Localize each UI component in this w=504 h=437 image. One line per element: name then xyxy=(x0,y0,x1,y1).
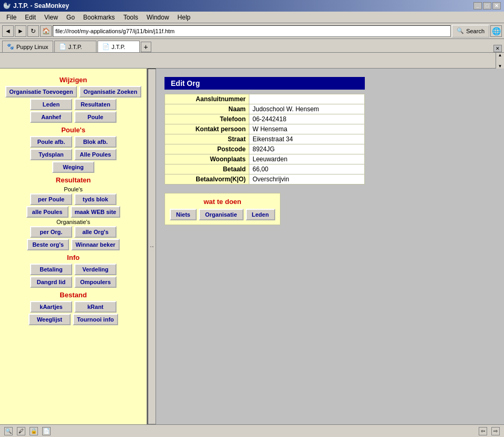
btn-resultaten[interactable]: Resultaten xyxy=(74,99,117,110)
btn-alle-orgs[interactable]: alle Org's xyxy=(74,226,117,238)
resultaten-subtitle1: Poule's xyxy=(2,186,144,192)
btn-beste-orgs[interactable]: Beste org's xyxy=(27,239,69,250)
label-woonplaats: Woonplaats xyxy=(165,154,249,164)
value-kontakt[interactable]: W Hensema xyxy=(249,124,365,134)
reload-button[interactable]: ↻ xyxy=(27,25,39,37)
value-telefoon[interactable]: 06-2442418 xyxy=(249,114,365,124)
btn-leden-action[interactable]: Leden xyxy=(246,209,275,220)
menu-view[interactable]: View xyxy=(40,13,62,22)
btn-tyds-blok[interactable]: tyds blok xyxy=(74,193,117,205)
poules-row3: Weging xyxy=(2,161,144,173)
forward-button[interactable]: ► xyxy=(15,25,26,37)
btn-alle-poules[interactable]: Alle Poules xyxy=(74,149,117,160)
btn-krant[interactable]: kRant xyxy=(74,301,117,313)
form-row-postcode: Postcode 8924JG xyxy=(165,144,365,154)
section-wijzigen-title: Wijzigen xyxy=(2,76,144,84)
status-icon-4[interactable]: 📄 xyxy=(42,427,51,435)
tab-jtp-1[interactable]: 📄 J.T.P. xyxy=(54,41,96,52)
wijzigen-row2: Leden Resultaten xyxy=(2,99,144,110)
btn-organisatie-toevoegen[interactable]: Organisatie Toevoegen xyxy=(5,86,77,98)
btn-blok-afb[interactable]: Blok afb. xyxy=(74,136,117,148)
maximize-button[interactable]: □ xyxy=(483,2,491,9)
home-button[interactable]: 🏠 xyxy=(40,25,52,37)
form-row-telefoon: Telefoon 06-2442418 xyxy=(165,114,365,124)
forward-icon: ► xyxy=(17,27,24,35)
btn-tydsplan[interactable]: Tydsplan xyxy=(30,149,72,160)
close-tab-button[interactable]: ✕ xyxy=(493,45,502,52)
search-button[interactable]: 🔍 Search xyxy=(452,25,489,37)
status-icon-2[interactable]: 🖊 xyxy=(17,427,25,435)
value-straat[interactable]: Eikenstraat 34 xyxy=(249,134,365,144)
scroll-down-arrow[interactable]: ▼ xyxy=(498,64,502,69)
minimize-button[interactable]: _ xyxy=(473,2,482,9)
btn-niets[interactable]: Niets xyxy=(170,209,197,220)
menu-go[interactable]: Go xyxy=(62,13,79,22)
action-buttons: Niets Organisatie Leden xyxy=(169,209,276,220)
menu-file[interactable]: File xyxy=(2,13,21,22)
value-woonplaats[interactable]: Leeuwarden xyxy=(249,154,365,164)
sidebar: Wijzigen Organisatie Toevoegen Organisat… xyxy=(0,69,148,424)
value-postcode[interactable]: 8924JG xyxy=(249,144,365,154)
btn-kaartjes[interactable]: kAartjes xyxy=(30,301,72,313)
label-telefoon: Telefoon xyxy=(165,114,249,124)
value-betaald[interactable]: 66,00 xyxy=(249,164,365,174)
btn-dangrd-lid[interactable]: Dangrd lid xyxy=(30,276,72,288)
tab-puppy-linux[interactable]: 🐾 Puppy Linux xyxy=(2,41,53,52)
new-tab-button[interactable]: + xyxy=(141,42,151,52)
status-icon-3[interactable]: 🔒 xyxy=(30,427,38,435)
btn-winnaar-beker[interactable]: Winnaar beker xyxy=(71,239,120,250)
section-poules-title: Poule's xyxy=(2,126,144,134)
btn-betaling[interactable]: Betaling xyxy=(30,264,72,275)
menu-window[interactable]: Window xyxy=(142,13,173,22)
btn-verdeling[interactable]: Verdeling xyxy=(74,264,117,275)
resultaten-subtitle2: Organisatie's xyxy=(2,219,144,225)
menu-bookmarks[interactable]: Bookmarks xyxy=(79,13,119,22)
form-row-woonplaats: Woonplaats Leeuwarden xyxy=(165,154,365,164)
btn-per-org[interactable]: per Org. xyxy=(30,226,72,238)
value-aansluitnummer[interactable] xyxy=(249,94,365,104)
close-button[interactable]: ✕ xyxy=(492,2,501,9)
bestand-row2: Weeglijst Tournooi info xyxy=(2,314,144,325)
form-row-naam: Naam Judoschool W. Hensem xyxy=(165,104,365,114)
btn-poule[interactable]: Poule xyxy=(74,111,117,123)
btn-maak-web-site[interactable]: maak WEB site xyxy=(71,206,121,218)
poules-row1: Poule afb. Blok afb. xyxy=(2,136,144,148)
globe-button[interactable]: 🌐 xyxy=(490,25,502,37)
menu-tools[interactable]: Tools xyxy=(119,13,142,22)
globe-icon: 🌐 xyxy=(492,27,501,35)
status-nav-2[interactable]: ⇨ xyxy=(491,427,500,435)
scroll-up-arrow[interactable]: ▲ xyxy=(498,53,502,57)
btn-alle-poules2[interactable]: alle Poules xyxy=(26,206,69,218)
form-row-straat: Straat Eikenstraat 34 xyxy=(165,134,365,144)
bestand-row1: kAartjes kRant xyxy=(2,301,144,313)
btn-weeglijst[interactable]: Weeglijst xyxy=(28,314,71,325)
section-info-title: Info xyxy=(2,254,144,261)
btn-weging[interactable]: Weging xyxy=(52,161,94,173)
btn-poule-afb[interactable]: Poule afb. xyxy=(30,136,72,148)
btn-per-poule[interactable]: per Poule xyxy=(30,193,72,205)
resultaten-row1: per Poule tyds blok xyxy=(2,193,144,205)
info-row2: Dangrd lid Ompoulers xyxy=(2,276,144,288)
back-button[interactable]: ◄ xyxy=(2,25,14,37)
btn-organisatie[interactable]: Organisatie xyxy=(199,209,244,220)
btn-leden[interactable]: Leden xyxy=(30,99,72,110)
status-nav-1[interactable]: ⇦ xyxy=(479,427,487,435)
btn-aanhef[interactable]: Aanhef xyxy=(30,111,72,123)
status-icon-1[interactable]: 🔍 xyxy=(4,427,13,435)
resize-handle[interactable]: ⋮ xyxy=(148,69,156,424)
resultaten-row4: Beste org's Winnaar beker xyxy=(2,239,144,250)
vertical-scrollbar-top[interactable]: ▲ ▼ xyxy=(496,53,504,69)
home-icon: 🏠 xyxy=(42,27,50,35)
menu-help[interactable]: Help xyxy=(173,13,195,22)
content-panel: Edit Org Aansluitnummer Naam Judoschool … xyxy=(156,69,504,424)
btn-ompoulers[interactable]: Ompoulers xyxy=(74,276,117,288)
btn-tournooi-info[interactable]: Tournooi info xyxy=(73,314,118,325)
menu-edit[interactable]: Edit xyxy=(21,13,40,22)
form-row-aansluitnummer: Aansluitnummer xyxy=(165,94,365,104)
btn-organisatie-zoeken[interactable]: Organisatie Zoeken xyxy=(79,86,141,98)
value-betaalvorm[interactable]: Overschrijvin xyxy=(249,174,365,184)
resize-icon: ⋮ xyxy=(150,245,154,249)
tab-jtp-2[interactable]: 📄 J.T.P. xyxy=(98,41,140,52)
address-bar[interactable] xyxy=(53,25,451,37)
value-naam[interactable]: Judoschool W. Hensem xyxy=(249,104,365,114)
